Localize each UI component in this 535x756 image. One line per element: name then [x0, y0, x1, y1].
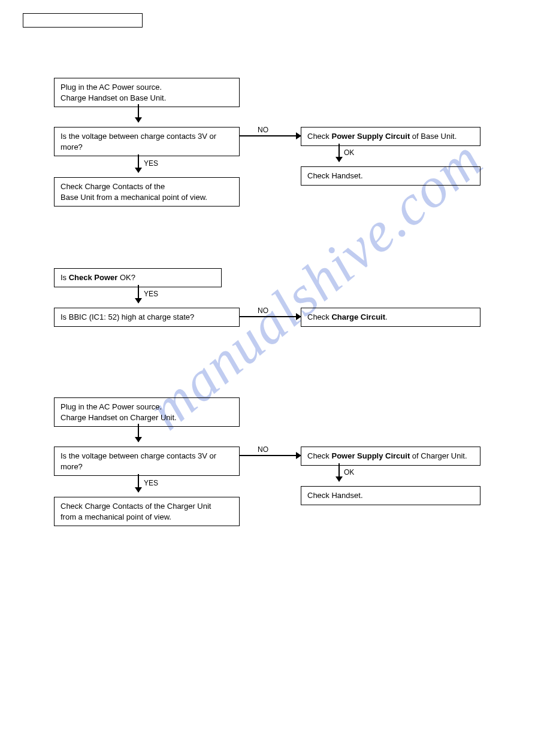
- arrow: [240, 135, 301, 136]
- arrow: [138, 104, 139, 122]
- s3-result-no: Check Power Supply Circuit of Charger Un…: [301, 447, 480, 466]
- text: more?: [61, 462, 83, 471]
- text: Check Handset.: [307, 171, 363, 180]
- text: Plug in the AC Power source.: [61, 83, 162, 92]
- label-yes: YES: [144, 479, 158, 487]
- arrow: [240, 455, 301, 456]
- s1-q1: Is the voltage between charge contacts 3…: [54, 127, 240, 156]
- text-bold: Check Power: [69, 273, 118, 282]
- text: Is the voltage between charge contacts 3…: [61, 132, 216, 141]
- label-ok: OK: [344, 148, 354, 157]
- s2-result-no: Check Charge Circuit.: [301, 308, 480, 327]
- text-bold: Power Supply Circuit: [331, 451, 410, 460]
- text: Charge Handset on Charger Unit.: [61, 413, 177, 422]
- arrow: [138, 154, 139, 172]
- label-yes: YES: [144, 290, 158, 298]
- text: .: [385, 312, 388, 321]
- text: from a mechanical point of view.: [61, 512, 171, 521]
- s1-result-yes: Check Charge Contacts of the Base Unit f…: [54, 177, 240, 207]
- text: Check Charge Contacts of the: [61, 182, 165, 191]
- text: Check Charge Contacts of the Charger Uni…: [61, 502, 211, 511]
- text: Is BBIC (IC1: 52) high at charge state?: [61, 312, 194, 321]
- s2-q2: Is BBIC (IC1: 52) high at charge state?: [54, 308, 240, 327]
- arrow: [138, 424, 139, 442]
- text: Check: [307, 451, 331, 460]
- text: Is: [61, 273, 69, 282]
- arrow: [338, 463, 340, 481]
- s3-step1: Plug in the AC Power source. Charge Hand…: [54, 397, 240, 427]
- arrow: [138, 474, 139, 492]
- s3-result-yes: Check Charge Contacts of the Charger Uni…: [54, 497, 240, 526]
- s1-result-no: Check Power Supply Circuit of Base Unit.: [301, 127, 480, 146]
- text: Check Handset.: [307, 491, 363, 500]
- text: Charge Handset on Base Unit.: [61, 93, 166, 102]
- text: more?: [61, 142, 83, 151]
- header-empty-box: [23, 13, 143, 28]
- label-no: NO: [258, 445, 268, 454]
- text-bold: Power Supply Circuit: [331, 132, 410, 141]
- s2-q1: Is Check Power OK?: [54, 268, 222, 287]
- text: of Base Unit.: [410, 132, 457, 141]
- arrow: [338, 144, 340, 162]
- text: Check: [307, 132, 331, 141]
- label-no: NO: [258, 306, 268, 315]
- text: Check: [307, 312, 331, 321]
- label-no: NO: [258, 126, 268, 134]
- arrow: [138, 285, 139, 303]
- arrow: [240, 316, 301, 317]
- s1-result-no2: Check Handset.: [301, 166, 480, 186]
- s3-q1: Is the voltage between charge contacts 3…: [54, 447, 240, 476]
- text: Is the voltage between charge contacts 3…: [61, 451, 216, 460]
- text-bold: Charge Circuit: [331, 312, 385, 321]
- text: of Charger Unit.: [410, 451, 467, 460]
- s1-step1: Plug in the AC Power source. Charge Hand…: [54, 78, 240, 107]
- text: OK?: [117, 273, 135, 282]
- text: Base Unit from a mechanical point of vie…: [61, 193, 207, 202]
- label-yes: YES: [144, 159, 158, 168]
- s3-result-no2: Check Handset.: [301, 486, 480, 505]
- text: Plug in the AC Power source.: [61, 402, 162, 411]
- label-ok: OK: [344, 468, 354, 476]
